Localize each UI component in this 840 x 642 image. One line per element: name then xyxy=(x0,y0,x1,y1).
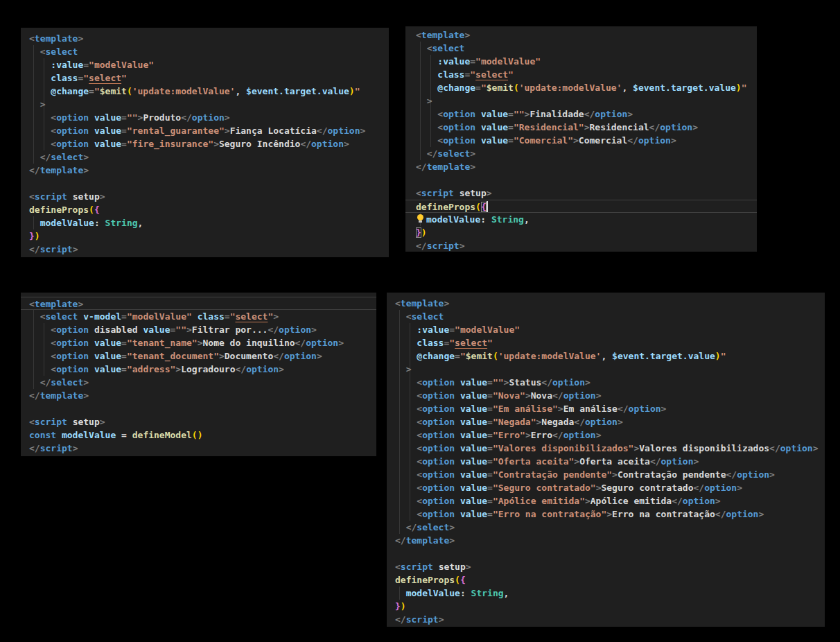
code-token: option xyxy=(443,135,475,146)
code-line[interactable]: :value="modelValue" xyxy=(387,323,825,336)
code-line[interactable]: const modelValue = defineModel() xyxy=(21,428,376,442)
code-token: > xyxy=(585,377,590,388)
code-line[interactable]: modelValue: String, xyxy=(21,216,389,229)
code-line[interactable]: modelValue: String, xyxy=(387,587,825,600)
code-line[interactable]: modelValue: String, xyxy=(405,213,757,226)
code-token: </ xyxy=(416,162,427,172)
code-line[interactable]: <option value="Negada">Negada</option> xyxy=(387,415,825,428)
code-token: template xyxy=(35,33,78,44)
code-line[interactable]: }) xyxy=(21,229,389,243)
code-line[interactable]: > xyxy=(405,94,757,107)
code-line[interactable]: }) xyxy=(405,226,757,239)
code-token: , xyxy=(524,214,530,225)
code-token: value xyxy=(94,364,121,374)
code-token: </ xyxy=(300,139,311,149)
code-line[interactable]: <script setup> xyxy=(21,415,376,428)
code-line[interactable]: <select v-model="modelValue" class="sele… xyxy=(21,310,376,323)
code-line[interactable]: > xyxy=(387,363,825,376)
code-line[interactable]: <script setup> xyxy=(405,186,757,200)
code-line[interactable]: <option value="">Status</option> xyxy=(387,376,825,389)
code-line[interactable]: <option value="fire_insurance">Seguro In… xyxy=(21,137,389,150)
code-line[interactable]: <option disabled value="">Filtrar por...… xyxy=(21,323,376,336)
code-token: = xyxy=(121,351,127,361)
code-token: > xyxy=(460,241,465,251)
code-line[interactable]: defineProps({ xyxy=(21,203,389,216)
code-line[interactable]: :value="modelValue" xyxy=(21,58,389,71)
code-line[interactable]: <option value="address">Logradouro</opti… xyxy=(21,363,376,376)
code-token: </ xyxy=(235,364,246,374)
code-line[interactable]: }) xyxy=(387,600,825,613)
code-token: " xyxy=(83,73,89,83)
code-line[interactable]: </script> xyxy=(21,442,376,455)
code-line[interactable]: </template> xyxy=(21,164,389,177)
code-line[interactable]: > xyxy=(21,98,389,111)
code-token: </ xyxy=(295,338,306,348)
editor-panel-product[interactable]: <template> <select :value="modelValue" c… xyxy=(21,28,389,257)
code-line[interactable]: <select xyxy=(21,45,389,58)
code-line[interactable]: </script> xyxy=(21,243,389,256)
code-line[interactable] xyxy=(21,402,376,415)
code-line[interactable]: <option value="tenant_document">Document… xyxy=(21,349,376,363)
code-line[interactable]: <option value="Seguro contratado">Seguro… xyxy=(387,481,825,494)
editor-panel-status[interactable]: <template> <select :value="modelValue" c… xyxy=(387,293,825,627)
code-line[interactable]: <select xyxy=(387,310,825,323)
code-line[interactable]: <select xyxy=(405,42,757,55)
code-line[interactable]: defineProps({ xyxy=(405,200,757,213)
code-token: { xyxy=(460,575,466,585)
code-line[interactable]: <option value="Comercial">Comercial</opt… xyxy=(405,134,757,147)
code-line[interactable]: <template> xyxy=(387,297,825,310)
code-line[interactable]: defineProps({ xyxy=(387,573,825,587)
code-token: > xyxy=(558,404,563,414)
code-line[interactable]: @change="$emit('update:modelValue', $eve… xyxy=(387,349,825,363)
code-line[interactable]: <option value="Nova">Nova</option> xyxy=(387,389,825,402)
code-line[interactable]: </select> xyxy=(405,147,757,160)
code-token xyxy=(89,338,94,348)
code-line[interactable]: </select> xyxy=(387,521,825,534)
code-line[interactable]: <option value="">Finalidade</option> xyxy=(405,107,757,121)
code-line[interactable] xyxy=(21,177,389,190)
code-line[interactable]: @change="$emit('update:modelValue', $eve… xyxy=(21,85,389,98)
code-token: </ xyxy=(584,109,595,119)
code-line[interactable]: <template> xyxy=(405,28,757,42)
code-line[interactable]: </script> xyxy=(387,613,825,626)
code-line[interactable]: <option value="Apólice emitida">Apólice … xyxy=(387,494,825,507)
code-line[interactable]: </template> xyxy=(405,160,757,173)
code-token: > xyxy=(470,148,475,159)
code-line[interactable]: <option value="Erro na contratação">Erro… xyxy=(387,507,825,521)
code-token: </ xyxy=(726,469,737,480)
code-line[interactable]: <template> xyxy=(21,297,376,310)
code-line[interactable]: <template> xyxy=(21,32,389,45)
code-line[interactable]: </script> xyxy=(405,239,757,252)
code-token: = xyxy=(225,311,230,322)
code-line[interactable]: </select> xyxy=(21,150,389,164)
code-line[interactable]: :value="modelValue" xyxy=(405,55,757,68)
editor-panel-filter[interactable]: <template> <select v-model="modelValue" … xyxy=(21,293,376,456)
code-token: "Erro na contratação" xyxy=(493,509,606,519)
code-line[interactable]: <script setup> xyxy=(387,560,825,573)
code-line[interactable]: </template> xyxy=(387,534,825,547)
code-line[interactable]: </template> xyxy=(21,389,376,402)
code-line[interactable] xyxy=(405,173,757,186)
code-line[interactable]: <option value="">Produto</option> xyxy=(21,111,389,124)
code-line[interactable]: <option value="rental_guarantee">Fiança … xyxy=(21,124,389,137)
code-line[interactable]: class="select" xyxy=(21,71,389,85)
code-line[interactable]: class="select" xyxy=(387,336,825,349)
code-token: > xyxy=(694,456,699,467)
code-line[interactable]: <option value="tenant_name">Nome do inqu… xyxy=(21,336,376,349)
code-line[interactable]: <option value="Oferta aceita">Oferta ace… xyxy=(387,455,825,468)
code-line[interactable] xyxy=(387,547,825,560)
code-token: :value xyxy=(416,56,470,67)
code-line[interactable]: <option value="Residencial">Residencial<… xyxy=(405,121,757,134)
code-token: Em análise xyxy=(563,404,618,414)
code-token: Nome do inquilino xyxy=(202,338,295,348)
code-line[interactable]: </select> xyxy=(21,376,376,389)
code-line[interactable]: <option value="Contratação pendente">Con… xyxy=(387,468,825,481)
code-line[interactable]: <option value="Erro">Erro</option> xyxy=(387,428,825,442)
code-line[interactable]: <option value="Em análise">Em análise</o… xyxy=(387,402,825,415)
code-token: $event.target.value xyxy=(633,83,736,93)
editor-panel-purpose[interactable]: <template> <select :value="modelValue" c… xyxy=(405,26,757,252)
code-line[interactable]: class="select" xyxy=(405,68,757,81)
code-line[interactable]: <script setup> xyxy=(21,190,389,203)
code-line[interactable]: @change="$emit('update:modelValue', $eve… xyxy=(405,81,757,94)
code-line[interactable]: <option value="Valores disponibilizados"… xyxy=(387,442,825,455)
